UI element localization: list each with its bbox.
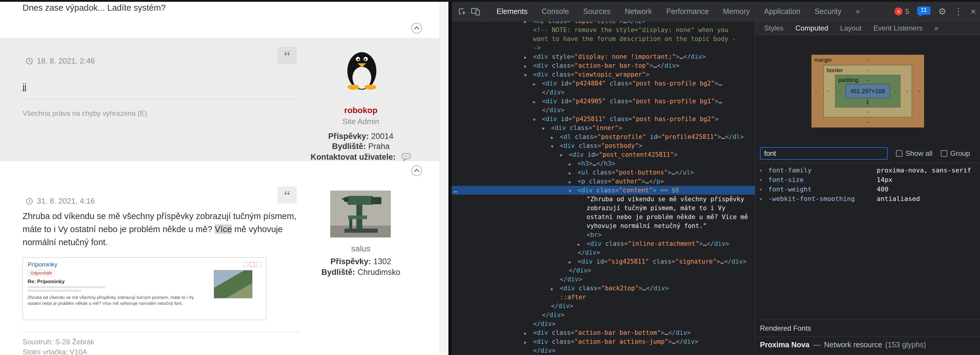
- sidebar-more-tabs-button[interactable]: »: [929, 24, 944, 32]
- posts-count[interactable]: 20014: [371, 132, 393, 141]
- expand-arrow-icon[interactable]: ▶: [524, 53, 533, 62]
- inspect-icon[interactable]: [456, 5, 469, 18]
- dom-tree-line[interactable]: </div>: [452, 311, 755, 319]
- expand-arrow-icon[interactable]: ▶: [551, 133, 560, 142]
- avatar[interactable]: [330, 190, 391, 239]
- expand-arrow-icon[interactable]: ▼: [560, 151, 569, 160]
- expand-arrow-icon[interactable]: ▶: [551, 284, 560, 293]
- expand-arrow-icon[interactable]: ▼: [524, 71, 533, 79]
- kebab-menu-icon[interactable]: ⋮: [954, 7, 963, 16]
- dom-tree-line[interactable]: </div>: [452, 319, 755, 328]
- dom-tree-line[interactable]: ▶<h3>…</h3>: [452, 159, 755, 168]
- computed-property-row[interactable]: ▶font-size14px: [755, 175, 980, 184]
- expand-arrow-icon[interactable]: ▶: [760, 178, 768, 182]
- error-badge[interactable]: × 5: [894, 8, 909, 16]
- dom-tree-line[interactable]: want to have the forum description on th…: [452, 35, 755, 43]
- dom-tree-line[interactable]: ▶<div class="action-bar actions-jump">…<…: [452, 337, 755, 346]
- computed-property-row[interactable]: ▶font-weight400: [755, 184, 980, 194]
- dom-tree-line[interactable]: </div>: [452, 106, 755, 114]
- dom-tree-line[interactable]: ▶<div class="inline-attachment">…</div>: [452, 239, 755, 248]
- dom-tree-line[interactable]: </div>: [452, 88, 755, 97]
- expand-arrow-icon[interactable]: ▶: [569, 169, 578, 178]
- issues-badge[interactable]: 11: [917, 6, 931, 17]
- dom-tree-line[interactable]: "Zhruba od víkendu se mě všechny příspěv…: [452, 195, 755, 204]
- username-link[interactable]: robokop: [309, 106, 413, 115]
- tab-application[interactable]: Application: [757, 2, 807, 21]
- dom-tree-line[interactable]: <br>: [452, 230, 755, 239]
- expand-arrow-icon[interactable]: ▶: [569, 258, 578, 266]
- tab-network[interactable]: Network: [618, 2, 659, 21]
- tab-sources[interactable]: Sources: [576, 2, 618, 21]
- dom-tree-line[interactable]: zobrazují tučným písmem, máte to i Vy: [452, 204, 755, 212]
- dom-tree-line[interactable]: </div>: [452, 266, 755, 275]
- tab-performance[interactable]: Performance: [659, 2, 716, 21]
- username-link[interactable]: salus: [309, 244, 413, 254]
- back-to-top-button[interactable]: [411, 22, 422, 34]
- dom-tree-line[interactable]: ->: [452, 43, 755, 52]
- expand-arrow-icon[interactable]: ▶: [524, 329, 533, 338]
- box-model-margin[interactable]: margin - - - - border - - - - padding: [811, 55, 924, 128]
- dom-tree-line[interactable]: ▼<div id="post_content425811">: [452, 150, 755, 159]
- box-model-padding[interactable]: padding - - - 1 461.297×168: [835, 75, 900, 108]
- message-bubble-icon[interactable]: [401, 153, 411, 161]
- device-toolbar-icon[interactable]: [469, 5, 482, 18]
- computed-property-row[interactable]: ▶font-familyproxima-nova, sans-serif: [755, 165, 980, 175]
- dom-tree-line[interactable]: ::after: [452, 293, 755, 301]
- expand-arrow-icon[interactable]: ▼: [542, 124, 551, 133]
- dom-tree-line[interactable]: ▶<dl class="postprofile" id="profile4258…: [452, 132, 755, 141]
- tab-elements[interactable]: Elements: [489, 2, 535, 21]
- more-tabs-button[interactable]: »: [848, 2, 867, 21]
- expand-arrow-icon[interactable]: ▶: [760, 168, 768, 173]
- gear-icon[interactable]: ⚙: [939, 7, 947, 16]
- dom-tree-line[interactable]: ▶<div class="action-bar bar-bottom">…</d…: [452, 328, 755, 337]
- expand-arrow-icon[interactable]: ▶: [760, 197, 768, 201]
- sidebar-tab-layout[interactable]: Layout: [834, 24, 867, 32]
- sidebar-tab-computed[interactable]: Computed: [789, 24, 834, 32]
- back-to-top-button[interactable]: [411, 165, 422, 176]
- group-checkbox[interactable]: Group: [941, 149, 970, 158]
- dom-tree-line[interactable]: </div>: [452, 301, 755, 311]
- expand-arrow-icon[interactable]: ▶: [760, 187, 768, 192]
- dom-tree-line[interactable]: ▶<h2 class="topic-title">…</h2>: [452, 21, 755, 25]
- dom-tree-line-selected[interactable]: ▼<div class="content"> == $0…: [452, 186, 755, 195]
- quote-button[interactable]: “: [278, 47, 297, 64]
- dom-tree-line[interactable]: </div>: [452, 346, 755, 355]
- devtools-dock-divider[interactable]: [449, 0, 452, 355]
- close-icon[interactable]: ×: [970, 7, 976, 16]
- dom-tree-line[interactable]: ▼<div class="inner">: [452, 124, 755, 132]
- expand-arrow-icon[interactable]: ▶: [524, 338, 533, 347]
- expand-arrow-icon[interactable]: ▶: [578, 240, 587, 249]
- tab-security[interactable]: Security: [807, 2, 848, 21]
- dom-tree-line[interactable]: ▶<ul class="post-buttons">…</ul>: [452, 168, 755, 177]
- dom-tree-line[interactable]: ▶<div class="action-bar bar-top">…</div>: [452, 61, 755, 70]
- dom-tree-line[interactable]: ▼<div class="postbody">: [452, 141, 755, 150]
- posts-count[interactable]: 1302: [373, 257, 391, 266]
- dom-tree-line[interactable]: ▶<div id="p424884" class="post has-profi…: [452, 79, 755, 88]
- dom-tree-line[interactable]: vyhovuje normální netučný font.": [452, 222, 755, 230]
- dom-tree-line[interactable]: ▶<p class="author">…</p>: [452, 177, 755, 186]
- dom-tree-line[interactable]: ▶<div class="back2top">…</div>: [452, 284, 755, 293]
- avatar[interactable]: [340, 44, 383, 92]
- sidebar-tab-styles[interactable]: Styles: [758, 24, 789, 32]
- expand-arrow-icon[interactable]: ▶: [569, 178, 578, 186]
- dom-tree-line[interactable]: </div>: [452, 248, 755, 257]
- tab-memory[interactable]: Memory: [716, 2, 757, 21]
- computed-filter-input[interactable]: [760, 147, 888, 160]
- dom-tree-line[interactable]: ostatní nebo je problém někde u mě? Více…: [452, 212, 755, 222]
- tab-console[interactable]: Console: [535, 2, 576, 21]
- dom-tree-line[interactable]: <!-- NOTE: remove the style="display: no…: [452, 25, 755, 35]
- expand-arrow-icon[interactable]: ▼: [569, 186, 578, 195]
- attachment-thumbnail[interactable]: Prípominky Odpovědět Re: Prípominky Zhru…: [22, 257, 266, 320]
- show-all-checkbox[interactable]: Show all: [896, 149, 932, 158]
- box-model-border[interactable]: border - - - - padding - - - 1 46: [824, 65, 912, 117]
- quote-button[interactable]: “: [278, 186, 297, 204]
- expand-arrow-icon[interactable]: ▼: [551, 142, 560, 151]
- expand-arrow-icon[interactable]: ▶: [524, 62, 533, 71]
- dom-tree-line[interactable]: ▶<div id="sig425811" class="signature">……: [452, 257, 755, 266]
- dom-tree-line[interactable]: ▼<div id="p425811" class="post has-profi…: [452, 114, 755, 124]
- computed-property-row[interactable]: ▶-webkit-font-smoothingantialiased: [755, 194, 980, 203]
- dom-tree-line[interactable]: ▼<div class="viewtopic_wrapper">: [452, 70, 755, 79]
- expand-arrow-icon[interactable]: ▶: [533, 79, 542, 89]
- expand-arrow-icon[interactable]: ▶: [533, 97, 542, 106]
- dom-tree-line[interactable]: ▶<div id="p424905" class="post has-profi…: [452, 97, 755, 106]
